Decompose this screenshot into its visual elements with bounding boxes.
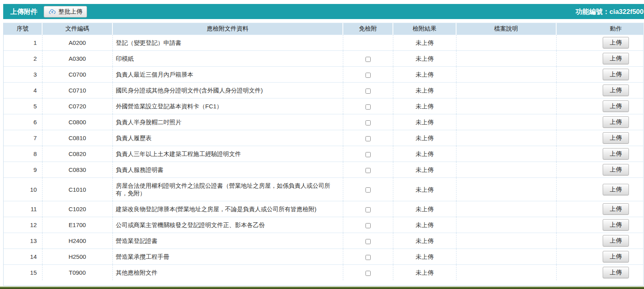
exempt-checkbox[interactable]	[366, 57, 371, 62]
file-description-cell	[456, 265, 556, 281]
exempt-checkbox[interactable]	[366, 239, 371, 244]
document-code-cell: C0710	[42, 83, 112, 98]
batch-upload-label: 整批上傳	[58, 8, 82, 15]
upload-button[interactable]: 上傳	[603, 69, 629, 80]
table-row: 9C0830負責人服務證明書未上傳上傳	[4, 162, 644, 178]
action-cell: 上傳	[556, 51, 644, 67]
table-row: 13H2400營造業登記證書未上傳上傳	[4, 233, 644, 249]
upload-button[interactable]: 上傳	[603, 164, 629, 175]
exempt-cell	[343, 98, 393, 114]
document-description-cell: 營造業登記證書	[112, 233, 343, 249]
upload-result-cell: 未上傳	[393, 217, 456, 233]
column-header: 序號	[4, 23, 42, 35]
row-number-cell: 7	[4, 130, 42, 146]
file-description-cell	[456, 162, 556, 178]
upload-result-cell: 未上傳	[393, 114, 456, 130]
exempt-checkbox[interactable]	[366, 73, 371, 78]
page-title: 上傳附件	[10, 7, 37, 16]
action-cell: 上傳	[556, 217, 644, 233]
exempt-cell	[343, 146, 393, 162]
row-number-cell: 2	[4, 51, 42, 67]
exempt-cell	[343, 217, 393, 233]
document-code-cell: C1020	[42, 201, 112, 217]
upload-button[interactable]: 上傳	[603, 53, 629, 64]
table-row: 7C0810負責人履歷表未上傳上傳	[4, 130, 644, 146]
exempt-checkbox[interactable]	[366, 255, 371, 260]
document-description-cell: 負責人履歷表	[112, 130, 343, 146]
upload-result-cell: 未上傳	[393, 249, 456, 265]
document-description-cell: 公司或商業主管機關核發之登記證明文件正、影本各乙份	[112, 217, 343, 233]
file-description-cell	[456, 35, 556, 51]
table-row: 11C1020建築改良物登記簿謄本(營業地址之房屋，不論是負責人或公司所有皆應檢…	[4, 201, 644, 217]
exempt-checkbox[interactable]	[366, 168, 371, 173]
function-code-label: 功能編號：cia322f500	[576, 7, 644, 16]
exempt-cell	[343, 178, 393, 201]
upload-button[interactable]: 上傳	[603, 219, 629, 231]
upload-button[interactable]: 上傳	[603, 203, 629, 215]
row-number-cell: 9	[4, 162, 42, 178]
row-number-cell: 1	[4, 35, 42, 51]
row-number-cell: 15	[4, 265, 42, 281]
action-cell: 上傳	[556, 249, 644, 265]
upload-result-cell: 未上傳	[393, 178, 456, 201]
exempt-checkbox[interactable]	[366, 104, 371, 110]
row-number-cell: 5	[4, 98, 42, 114]
document-code-cell: E1700	[42, 217, 112, 233]
upload-button[interactable]: 上傳	[603, 132, 629, 144]
file-description-cell	[456, 83, 556, 98]
exempt-checkbox[interactable]	[366, 271, 371, 276]
column-header: 免檢附	[343, 23, 393, 35]
footer-bar	[0, 287, 644, 289]
cloud-upload-icon	[48, 8, 56, 15]
action-cell: 上傳	[556, 83, 644, 98]
exempt-checkbox[interactable]	[366, 187, 371, 193]
upload-button[interactable]: 上傳	[603, 184, 629, 195]
file-description-cell	[456, 249, 556, 265]
action-cell: 上傳	[556, 130, 644, 146]
table-row: 10C1010房屋合法使用權利證明文件之法院公證書（營業地址之房屋，如係負責人或…	[4, 178, 644, 201]
document-code-cell: C1010	[42, 178, 112, 201]
action-cell: 上傳	[556, 162, 644, 178]
action-cell: 上傳	[556, 67, 644, 83]
document-code-cell: C0820	[42, 146, 112, 162]
file-description-cell	[456, 146, 556, 162]
upload-button[interactable]: 上傳	[603, 37, 629, 48]
exempt-checkbox[interactable]	[366, 152, 371, 157]
document-code-cell: H2400	[42, 233, 112, 249]
file-description-cell	[456, 201, 556, 217]
table-row: 2A0300印模紙未上傳上傳	[4, 51, 644, 67]
upload-result-cell: 未上傳	[393, 83, 456, 98]
upload-button[interactable]: 上傳	[603, 251, 629, 262]
row-number-cell: 14	[4, 249, 42, 265]
document-code-cell: C0720	[42, 98, 112, 114]
action-cell: 上傳	[556, 178, 644, 201]
batch-upload-button[interactable]: 整批上傳	[44, 6, 87, 17]
exempt-checkbox[interactable]	[366, 223, 371, 228]
row-number-cell: 12	[4, 217, 42, 233]
upload-button[interactable]: 上傳	[603, 235, 629, 247]
document-code-cell: C0700	[42, 67, 112, 83]
document-description-cell: 負責人三年以上土木建築工程施工經驗證明文件	[112, 146, 343, 162]
document-description-cell: 建築改良物登記簿謄本(營業地址之房屋，不論是負責人或公司所有皆應檢附)	[112, 201, 343, 217]
document-description-cell: 登記（變更登記）申請書	[112, 35, 343, 51]
document-code-cell: C0800	[42, 114, 112, 130]
upload-button[interactable]: 上傳	[603, 267, 629, 278]
upload-button[interactable]: 上傳	[603, 100, 629, 112]
upload-button[interactable]: 上傳	[603, 116, 629, 128]
action-cell: 上傳	[556, 201, 644, 217]
upload-button[interactable]: 上傳	[603, 148, 629, 160]
action-cell: 上傳	[556, 114, 644, 130]
exempt-checkbox[interactable]	[366, 89, 371, 94]
exempt-cell	[343, 162, 393, 178]
document-description-cell: 外國營造業設立登記基本資料卡（FC1）	[112, 98, 343, 114]
exempt-checkbox[interactable]	[366, 207, 371, 212]
document-code-cell: A0200	[42, 35, 112, 51]
upload-button[interactable]: 上傳	[603, 85, 629, 96]
table-row: 14H2500營造業承攬工程手冊未上傳上傳	[4, 249, 644, 265]
file-description-cell	[456, 217, 556, 233]
exempt-checkbox[interactable]	[366, 136, 371, 141]
document-description-cell: 營造業承攬工程手冊	[112, 249, 343, 265]
file-description-cell	[456, 233, 556, 249]
exempt-checkbox[interactable]	[366, 120, 371, 125]
exempt-cell	[343, 201, 393, 217]
